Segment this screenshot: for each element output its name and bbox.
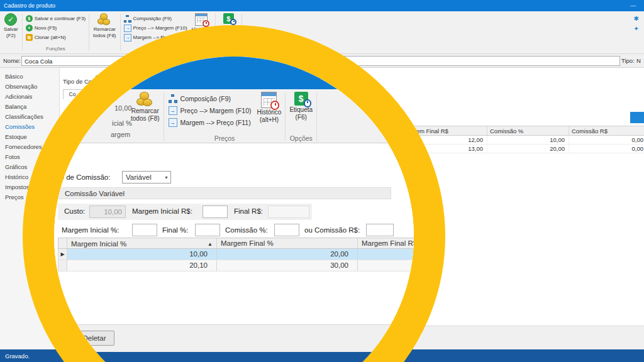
historico-label: Histórico [257,109,281,116]
mag-preco-margem-button[interactable]: → Preço --> Margem (F10) [165,104,255,116]
margem-preco-label: Margem --> Preço (F11) [180,119,251,126]
deletar-button[interactable]: Deletar [74,331,114,346]
check-glyph: ✓ [8,15,14,24]
nome-label: Nome: [3,57,21,64]
chevron-down-icon: ▼ [162,175,170,180]
composicao-icon [169,94,177,103]
cell-comissao-rs: 0,00 [569,136,644,144]
composicao-button[interactable]: Composição (F9) [122,14,189,23]
magnifier-ring: 10,00 icial % argem Remarcar todos (F8) … [23,25,445,362]
mag-etiqueta-button[interactable]: $ Etiqueta (F6) [287,90,315,121]
separator [120,14,121,51]
cell-comissao-rs: 0,00 [569,145,644,153]
remarcar-todos-button[interactable]: Remarcar todos (F8) [91,12,118,53]
mag-composicao-button[interactable]: Composição (F9) [165,92,255,104]
custo-label: Custo: [64,207,85,215]
clonar-label: Clonar (alt+N) [35,35,66,40]
preco-margem-label: Preço --> Margem (F10) [133,25,187,31]
coins-icon [136,92,154,107]
ou-comissao-rs-input[interactable] [366,224,394,236]
sidebar-item-basico[interactable]: Básico [0,72,59,82]
partial-blue-button[interactable] [630,112,644,123]
window-title: Cadastro de produto [4,3,55,9]
remarcar-label-1: Remarcar [94,26,116,32]
row-marker: ▶ [58,249,67,260]
remarcar-label-1: Remarcar [131,107,159,114]
table-row[interactable]: 20,10 30,00 [58,260,414,272]
salvar-continuar-button[interactable]: $ Salvar e continuar (F3) [24,14,87,23]
minimize-button[interactable]: — [626,3,640,9]
salvar-label: Salvar [4,26,18,32]
comissao-variavel-grid: Margem Inicial % ▲ Margem Final % Margem… [58,238,414,272]
novo-label: Novo (F5) [35,25,57,31]
mag-historico-button[interactable]: Histórico (alt+H) [254,90,284,124]
tipo-value: N [636,57,641,64]
comissao-pct-label: Comissão %: [225,226,268,234]
comissao-pct-input[interactable] [274,224,299,236]
cell-margem-final-rs [358,260,414,271]
margem-inicial-pct-input[interactable] [132,224,157,236]
sidebar-item-adicionais[interactable]: Adicionais [0,92,59,102]
coins-icon [97,13,111,26]
clonar-button[interactable]: ⧉ Clonar (alt+N) [24,33,87,42]
preco-margem-icon: → [169,106,177,115]
custo-input[interactable]: 10,00 [89,206,126,218]
sidebar-item-classificacoes[interactable]: Classificações [0,112,59,122]
status-text: Gravado. [5,353,30,359]
final-rs-input[interactable] [268,206,309,218]
tipo-comissao-select[interactable]: Variável ▼ [122,171,171,184]
save-check-icon: ✓ [4,13,17,26]
magnified-toolbar: Remarcar todos (F8) Composição (F9) → Pr… [128,90,318,143]
final-pct-label: Final %: [162,226,189,234]
column-header-margem-final-pct[interactable]: Margem Final % [217,238,358,248]
salvar-shortcut: (F2) [6,33,16,38]
column-header-margem-inicial-pct[interactable]: Margem Inicial % ▲ [67,238,217,248]
novo-button[interactable]: + Novo (F5) [24,23,87,33]
etiqueta-dollar-icon: $ [294,92,308,106]
magnifier-content: 10,00 icial % argem Remarcar todos (F8) … [54,57,414,362]
cell-margem-inicial: 20,10 [67,260,217,271]
etiqueta-dollar-icon: $ [223,13,234,24]
funcoes-group-label: Funções [24,45,87,53]
table-row[interactable]: 13,00 20,00 0,00 [400,145,644,153]
ou-comissao-rs-label: ou Comissão R$: [304,226,360,234]
composicao-label: Composição (F9) [133,16,172,21]
composicao-label: Composição (F9) [180,95,231,102]
margem-inicial-rs-label: Margem Inicial R$: [132,207,192,215]
column-header-comissao-rs[interactable]: Comissão R$ [569,126,644,135]
table-row[interactable]: 12,00 10,00 0,00 [400,136,644,145]
final-pct-input[interactable] [195,224,220,236]
cell-margem-final: 20,00 [217,249,358,260]
remarcar-label-2: todos (F8) [93,33,116,38]
separator [22,14,23,51]
comissao-variavel-title: Comissão Variável [65,190,125,197]
margem-inicial-pct-label: Margem Inicial %: [62,226,119,234]
column-header-margem-final-rs[interactable]: Margem Final R$ [358,238,414,248]
pin-icon[interactable]: ✱ [634,15,639,22]
sidebar-item-observacao[interactable]: Observação [0,82,59,92]
cell-margem-inicial: 10,00 [67,249,217,260]
sort-asc-icon: ▲ [208,241,213,247]
row-marker-gutter [58,260,67,271]
comissao-variavel-header: Comissão Variável [58,187,391,199]
column-header-comissao-pct[interactable]: Comissão % [487,126,569,135]
sidebar-item-balanca[interactable]: Balança [0,102,59,112]
dollar-glyph: $ [299,94,304,104]
separator [285,92,286,141]
header-text: Margem Inicial % [71,240,126,248]
table-row-selected[interactable]: ▶ 10,00 20,00 [58,249,414,260]
margem-inicial-rs-input[interactable] [203,206,228,218]
preco-margem-button[interactable]: → Preço --> Margem (F10) [122,23,189,33]
tipo-label: Tipo: [621,57,635,64]
precos-group-label: Preços [165,134,284,143]
plus-icon: + [26,25,33,31]
separator [89,14,89,51]
cell-margem-final: 30,00 [217,260,358,271]
mag-remarcar-todos-button[interactable]: Remarcar todos (F8) [128,90,162,143]
historico-calendar-icon [261,92,277,108]
mag-margem-preco-button[interactable]: → Margem --> Preço (F11) [165,116,255,128]
mag-precos-group: Composição (F9) → Preço --> Margem (F10)… [165,90,284,143]
salvar-button[interactable]: ✓ Salvar (F2) [1,12,21,53]
help-icon[interactable]: ✦ [634,25,639,32]
margem-preco-icon: → [169,118,177,127]
